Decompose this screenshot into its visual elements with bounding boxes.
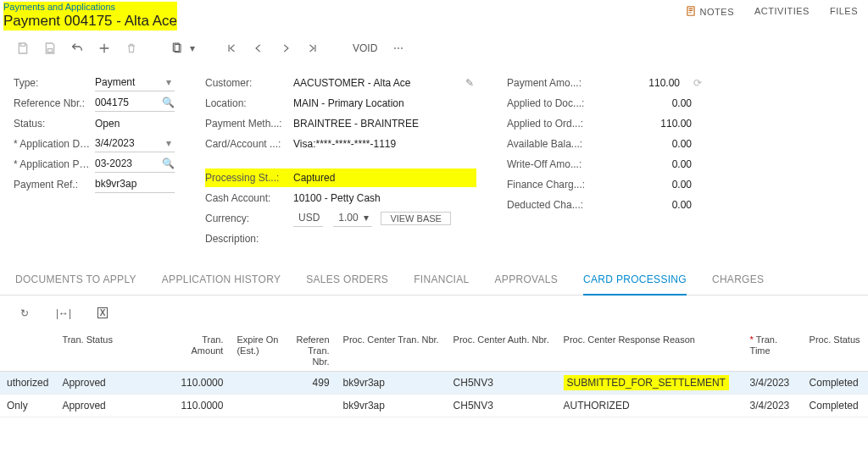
activities-link[interactable]: ACTIVITIES: [754, 6, 810, 16]
clipboard-dropdown[interactable]: ▾: [188, 37, 197, 59]
grid-fit-button[interactable]: |↔|: [53, 302, 75, 324]
desc-label: Description:: [205, 233, 293, 245]
cell: bk9vr3ap: [337, 372, 447, 395]
loc-value: MAIN - Primary Location: [293, 97, 476, 109]
col-pc-tran[interactable]: Proc. Center Tran. Nbr.: [337, 331, 447, 372]
prev-button[interactable]: [248, 37, 270, 59]
tab-card-processing[interactable]: CARD PROCESSING: [583, 265, 687, 296]
clipboard-button[interactable]: [166, 37, 188, 59]
col-tran-time[interactable]: * Tran. Time: [743, 331, 803, 372]
cell: CH5NV3: [447, 395, 557, 417]
col-tran-status[interactable]: Tran. Status: [55, 331, 174, 372]
tab-approvals[interactable]: APPROVALS: [495, 265, 559, 295]
pm-label: Payment Meth...:: [205, 118, 293, 130]
cell: 110.0000: [174, 395, 230, 417]
tab-sales-orders[interactable]: SALES ORDERS: [306, 265, 388, 295]
wo-value: 0.00: [600, 158, 702, 170]
col-ref-tran[interactable]: Referen Tran. Nbr.: [289, 331, 336, 372]
refresh-icon[interactable]: ⟳: [693, 77, 702, 89]
apppe-input[interactable]: [95, 157, 162, 169]
ded-label: Deducted Cha...:: [507, 199, 600, 211]
fin-label: Finance Charg...:: [507, 179, 600, 191]
delete-button[interactable]: [120, 37, 142, 59]
files-link[interactable]: FILES: [830, 6, 858, 16]
save-button[interactable]: [39, 37, 61, 59]
table-row[interactable]: OnlyApproved110.0000bk9vr3apCH5NV3AUTHOR…: [0, 395, 868, 417]
cell: [230, 372, 289, 395]
col-pc-auth[interactable]: Proc. Center Auth. Nbr.: [447, 331, 557, 372]
search-icon[interactable]: 🔍: [162, 97, 175, 108]
appdate-label: * Application Date:: [14, 138, 95, 150]
notes-link[interactable]: NOTES: [685, 5, 734, 17]
type-input[interactable]: [95, 76, 163, 88]
amt-value: 110.00: [600, 77, 690, 89]
ref-label: Reference Nbr.:: [14, 97, 95, 109]
form-col-1: Type:▾ Reference Nbr.:🔍 Status:Open * Ap…: [14, 74, 175, 250]
avail-value: 0.00: [600, 138, 702, 150]
undo-button[interactable]: [66, 37, 88, 59]
card-value: Visa:****-****-****-1119: [293, 138, 476, 150]
amt-label: Payment Amo...:: [507, 77, 600, 89]
last-button[interactable]: [302, 37, 324, 59]
appdoc-value: 0.00: [600, 97, 702, 109]
cell: [230, 395, 289, 417]
tab-financial[interactable]: FINANCIAL: [414, 265, 469, 295]
pencil-icon[interactable]: ✎: [463, 77, 476, 89]
cell: 110.0000: [174, 372, 230, 395]
currency-code[interactable]: USD: [293, 210, 323, 227]
grid-export-button[interactable]: X: [92, 302, 114, 324]
loc-label: Location:: [205, 97, 293, 109]
avail-label: Available Bala...:: [507, 138, 600, 150]
type-field[interactable]: ▾: [95, 75, 175, 91]
cell: uthorized: [0, 372, 55, 395]
more-button[interactable]: ⋯: [387, 37, 409, 59]
appdoc-label: Applied to Doc...:: [507, 97, 600, 109]
cur-label: Currency:: [205, 213, 293, 224]
ref-input[interactable]: [95, 97, 162, 108]
rate-value: 1.00: [338, 212, 358, 224]
currency-rate[interactable]: 1.00 ▾: [333, 210, 372, 227]
pm-value: BRAINTREE - BRAINTREE: [293, 118, 476, 130]
cell: AUTHORIZED: [557, 395, 743, 417]
first-button[interactable]: [220, 37, 242, 59]
apppe-field[interactable]: 🔍: [95, 156, 175, 173]
page-header: Payments and Applications Payment 004175…: [0, 0, 868, 30]
currency-field: USD 1.00 ▾ VIEW BASE: [293, 210, 476, 227]
add-button[interactable]: [93, 37, 115, 59]
cell: 3/4/2023: [743, 395, 803, 417]
col-tran-amount[interactable]: Tran. Amount: [174, 331, 230, 372]
col-expire[interactable]: Expire On (Est.): [230, 331, 289, 372]
status-value: Open: [95, 118, 175, 130]
cust-label: Customer:: [205, 77, 293, 89]
ref-field[interactable]: 🔍: [95, 95, 175, 112]
type-label: Type:: [14, 77, 95, 89]
col-proc-status[interactable]: Proc. Status: [803, 331, 868, 372]
chevron-down-icon[interactable]: ▾: [163, 137, 175, 149]
col-pc-reason[interactable]: Proc. Center Response Reason: [557, 331, 743, 372]
cell: Only: [0, 395, 55, 417]
top-links: NOTES ACTIVITIES FILES: [685, 2, 858, 17]
tab-app-history[interactable]: APPLICATION HISTORY: [162, 265, 281, 295]
cell: Completed: [803, 372, 868, 395]
void-button[interactable]: VOID: [348, 42, 382, 54]
chevron-down-icon[interactable]: ▾: [163, 76, 175, 88]
payref-field[interactable]: [95, 176, 175, 193]
search-icon[interactable]: 🔍: [162, 157, 175, 169]
cell: SUBMITTED_FOR_SETTLEMENT: [557, 372, 743, 395]
tab-charges[interactable]: CHARGES: [712, 265, 764, 295]
breadcrumb[interactable]: Payments and Applications: [3, 2, 177, 13]
payref-input[interactable]: [95, 178, 175, 190]
card-label: Card/Account ...:: [205, 138, 293, 150]
col-c0[interactable]: [0, 331, 55, 372]
ps-label: Processing St...:: [205, 172, 293, 184]
table-row[interactable]: uthorizedApproved110.0000499bk9vr3apCH5N…: [0, 372, 868, 395]
tab-documents[interactable]: DOCUMENTS TO APPLY: [15, 265, 136, 295]
appord-value: 110.00: [600, 118, 702, 130]
grid-refresh-button[interactable]: ↻: [14, 302, 36, 324]
appdate-input[interactable]: [95, 137, 163, 149]
save-close-button[interactable]: [12, 37, 34, 59]
appdate-field[interactable]: ▾: [95, 135, 175, 152]
next-button[interactable]: [275, 37, 297, 59]
tabs: DOCUMENTS TO APPLY APPLICATION HISTORY S…: [0, 265, 868, 296]
view-base-button[interactable]: VIEW BASE: [381, 212, 451, 225]
